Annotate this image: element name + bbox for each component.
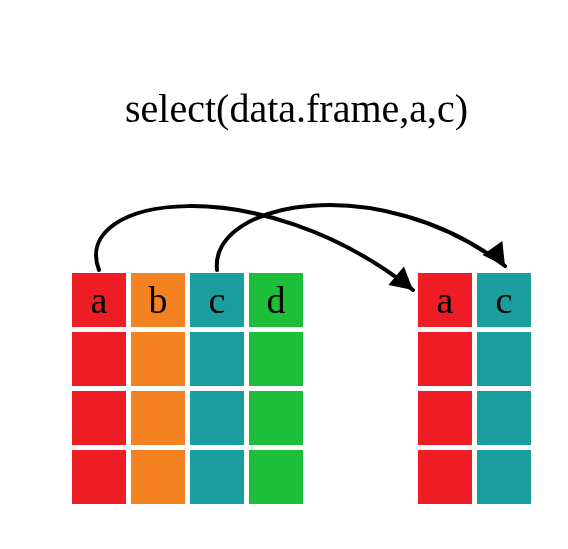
result-cell bbox=[477, 450, 531, 504]
result-data-frame: ac bbox=[418, 273, 531, 504]
source-cell bbox=[72, 332, 126, 386]
svg-marker-1 bbox=[483, 241, 506, 266]
source-header-c: c bbox=[190, 273, 244, 327]
result-cell bbox=[418, 391, 472, 445]
source-cell bbox=[249, 332, 303, 386]
source-cell bbox=[131, 450, 185, 504]
source-cell bbox=[72, 391, 126, 445]
source-cell bbox=[131, 391, 185, 445]
result-cell bbox=[418, 332, 472, 386]
source-data-frame: abcd bbox=[72, 273, 303, 504]
source-cell bbox=[190, 391, 244, 445]
source-header-b: b bbox=[131, 273, 185, 327]
result-cell bbox=[477, 332, 531, 386]
source-cell bbox=[190, 332, 244, 386]
source-cell bbox=[190, 450, 244, 504]
source-cell bbox=[249, 391, 303, 445]
source-cell bbox=[249, 450, 303, 504]
arrow-c-to-c bbox=[217, 205, 505, 270]
result-header-c: c bbox=[477, 273, 531, 327]
result-header-a: a bbox=[418, 273, 472, 327]
source-cell bbox=[72, 450, 126, 504]
title-code: select(data.frame,a,c) bbox=[125, 85, 468, 132]
result-cell bbox=[418, 450, 472, 504]
svg-marker-0 bbox=[388, 267, 413, 290]
source-header-a: a bbox=[72, 273, 126, 327]
source-header-d: d bbox=[249, 273, 303, 327]
source-cell bbox=[131, 332, 185, 386]
result-cell bbox=[477, 391, 531, 445]
